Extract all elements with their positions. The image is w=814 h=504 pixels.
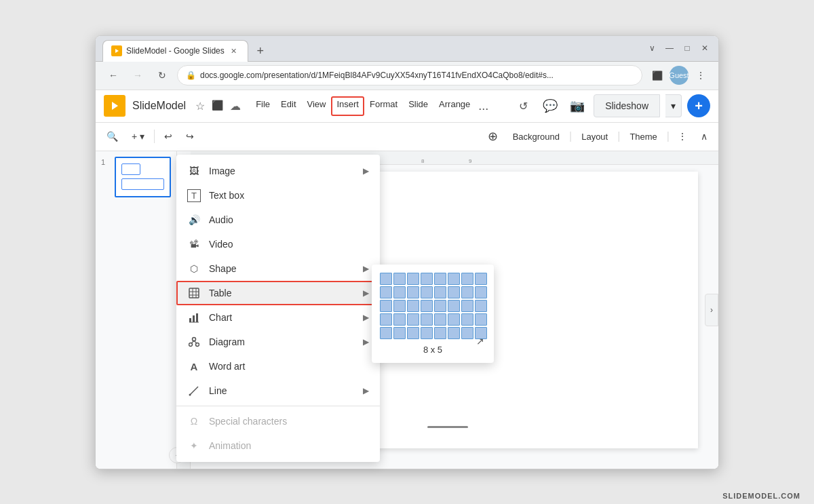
grid-cell[interactable]: [380, 327, 392, 339]
svg-point-14: [189, 343, 193, 347]
insert-audio-item[interactable]: 🔊 Audio: [176, 208, 380, 232]
grid-cell[interactable]: [393, 327, 406, 339]
cloud-icon[interactable]: ☁: [230, 100, 241, 113]
menu-item-arrange[interactable]: Arrange: [433, 96, 476, 116]
grid-cell[interactable]: [461, 313, 473, 326]
grid-cell[interactable]: [475, 313, 487, 326]
add-slide-icon-button[interactable]: ⊕: [482, 126, 503, 147]
menu-item-edit[interactable]: Edit: [275, 96, 301, 116]
browser-menu-button[interactable]: ⋮: [691, 66, 710, 85]
table-arrow-icon: ▶: [363, 288, 369, 298]
grid-cell[interactable]: [448, 313, 460, 326]
grid-cell[interactable]: [475, 300, 487, 312]
grid-cell[interactable]: [434, 273, 446, 285]
grid-cell[interactable]: [380, 273, 392, 285]
layout-button[interactable]: Layout: [575, 129, 615, 144]
close-button[interactable]: ✕: [698, 41, 712, 55]
grid-cell[interactable]: [380, 300, 392, 312]
grid-cell[interactable]: [393, 300, 406, 312]
svg-point-15: [196, 343, 199, 347]
tab-close-button[interactable]: ✕: [229, 45, 239, 56]
address-bar[interactable]: 🔒 docs.google.com/presentation/d/1MFeiqB…: [177, 65, 642, 85]
slideshow-button[interactable]: Slideshow: [594, 94, 660, 117]
undo-button[interactable]: ↩: [159, 126, 178, 147]
drive-icon[interactable]: ⬛: [212, 100, 223, 113]
grid-cell[interactable]: [434, 286, 446, 298]
user-avatar[interactable]: Guest: [670, 66, 689, 85]
animation-label: Animation: [209, 440, 369, 451]
menu-item-view[interactable]: View: [302, 96, 332, 116]
grid-cell[interactable]: [380, 286, 392, 298]
grid-cell[interactable]: [407, 273, 419, 285]
menu-item-file[interactable]: File: [250, 96, 275, 116]
redo-button[interactable]: ↪: [180, 126, 199, 147]
minimize-button[interactable]: —: [663, 41, 676, 55]
grid-cell[interactable]: [393, 273, 406, 285]
grid-cell[interactable]: [421, 273, 433, 285]
forward-button[interactable]: →: [128, 66, 147, 85]
insert-textbox-item[interactable]: T Text box: [176, 183, 380, 208]
right-panel-collapse-button[interactable]: ›: [705, 294, 718, 326]
grid-cell[interactable]: [448, 286, 460, 298]
grid-cell[interactable]: [407, 300, 419, 312]
camera-icon[interactable]: 📷: [566, 95, 588, 117]
grid-cell[interactable]: [461, 300, 473, 312]
maximize-button[interactable]: □: [680, 41, 694, 55]
grid-cell[interactable]: [461, 273, 473, 285]
insert-shape-item[interactable]: ⬡ Shape ▶: [176, 256, 380, 281]
menu-item-slide[interactable]: Slide: [403, 96, 433, 116]
grid-cell[interactable]: [421, 300, 433, 312]
grid-cell[interactable]: [434, 313, 446, 326]
comment-icon[interactable]: 💬: [539, 95, 561, 117]
grid-cell[interactable]: [407, 313, 419, 326]
grid-cell[interactable]: [475, 273, 487, 285]
grid-cell[interactable]: [448, 327, 460, 339]
more-options-icon[interactable]: ⋮: [672, 126, 693, 147]
insert-diagram-item[interactable]: Diagram ▶: [176, 330, 380, 354]
table-icon: [187, 288, 201, 298]
extensions-icon[interactable]: ⬛: [648, 66, 667, 85]
zoom-add-button[interactable]: + ▾: [126, 126, 150, 147]
insert-video-item[interactable]: 📽 Video: [176, 232, 380, 256]
refresh-button[interactable]: ↻: [153, 66, 172, 85]
grid-cell[interactable]: [421, 327, 433, 339]
grid-cell[interactable]: [421, 286, 433, 298]
collapse-toolbar-icon[interactable]: ∧: [695, 126, 713, 147]
grid-cell[interactable]: [434, 300, 446, 312]
menu-item-insert[interactable]: Insert: [331, 96, 364, 116]
new-tab-button[interactable]: +: [251, 42, 270, 61]
star-icon[interactable]: ☆: [195, 100, 205, 113]
grid-cell[interactable]: [380, 313, 392, 326]
share-button[interactable]: +: [687, 94, 710, 117]
slide-item[interactable]: 1: [101, 157, 171, 197]
browser-titlebar: SlideModel - Google Slides ✕ + ∨ — □ ✕: [96, 36, 718, 62]
grid-cell[interactable]: [434, 327, 446, 339]
history-icon[interactable]: ↺: [512, 95, 534, 117]
insert-image-item[interactable]: 🖼 Image ▶: [176, 159, 380, 183]
back-button[interactable]: ←: [104, 66, 123, 85]
grid-cell[interactable]: [461, 327, 473, 339]
theme-button[interactable]: Theme: [623, 129, 663, 144]
grid-cell[interactable]: [407, 286, 419, 298]
grid-cell[interactable]: [421, 313, 433, 326]
grid-cell[interactable]: [475, 286, 487, 298]
insert-chart-item[interactable]: Chart ▶: [176, 305, 380, 330]
grid-cell[interactable]: [407, 327, 419, 339]
chart-label: Chart: [209, 312, 355, 323]
slide-thumbnail[interactable]: [115, 157, 171, 197]
menu-item-more[interactable]: ...: [476, 96, 491, 116]
insert-table-item[interactable]: Table ▶: [176, 281, 380, 305]
grid-cell[interactable]: [393, 313, 406, 326]
menu-item-format[interactable]: Format: [364, 96, 403, 116]
background-button[interactable]: Background: [506, 129, 566, 144]
grid-cell[interactable]: [393, 286, 406, 298]
grid-cell[interactable]: [448, 300, 460, 312]
active-tab[interactable]: SlideModel - Google Slides ✕: [102, 40, 248, 62]
slideshow-dropdown-button[interactable]: ▾: [665, 94, 682, 117]
insert-line-item[interactable]: Line ▶: [176, 379, 380, 403]
chevron-down-icon[interactable]: ∨: [645, 41, 659, 55]
zoom-button[interactable]: 🔍: [101, 126, 123, 147]
insert-wordart-item[interactable]: A Word art: [176, 354, 380, 379]
grid-cell[interactable]: [448, 273, 460, 285]
grid-cell[interactable]: [461, 286, 473, 298]
